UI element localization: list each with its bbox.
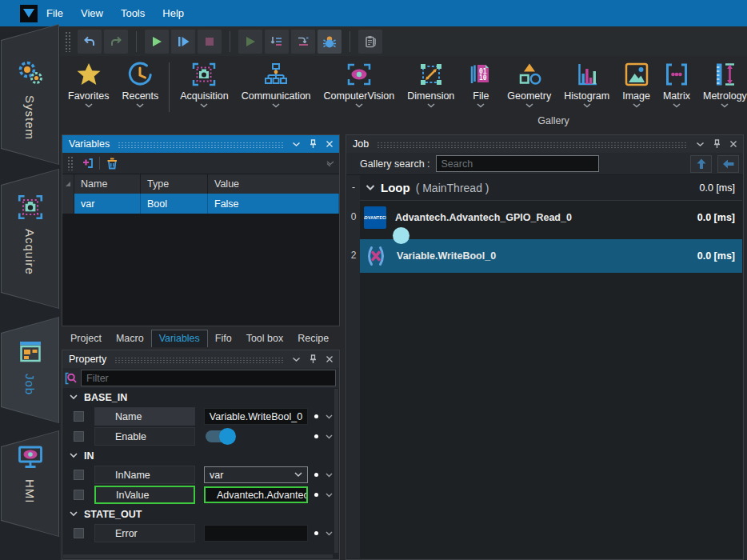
chevron-down-icon[interactable] (272, 103, 280, 108)
run-all-button[interactable] (238, 30, 262, 54)
pin-icon[interactable] (713, 139, 721, 149)
ribbon-item-acquisition[interactable]: Acquisition (174, 56, 234, 108)
debug-button[interactable] (318, 30, 342, 54)
row-selector-cell[interactable] (62, 194, 74, 214)
property-label[interactable]: InName (94, 466, 195, 484)
property-panel-titlebar[interactable]: Property (62, 350, 339, 368)
move-back-button[interactable] (717, 155, 739, 173)
panel-menu-chevron-icon[interactable] (696, 142, 705, 147)
section-header-base-in[interactable]: BASE_IN (62, 388, 339, 406)
column-header-value[interactable]: Value (208, 174, 339, 194)
binding-dot-icon[interactable] (314, 414, 318, 418)
property-label-highlighted[interactable]: InValue (94, 486, 195, 504)
inname-select[interactable]: var (204, 466, 308, 483)
row-chevron-icon[interactable] (326, 493, 333, 498)
ribbon-item-dimension[interactable]: Dimension (401, 56, 461, 108)
drag-drop-indicator[interactable] (393, 227, 409, 244)
sidebar-tab-hmi[interactable]: HMI (1, 430, 59, 537)
sidebar-tab-system[interactable]: System (1, 24, 59, 165)
dock-tab-project[interactable]: Project (63, 330, 109, 347)
chevron-down-icon[interactable] (200, 103, 208, 108)
property-label[interactable]: Error (94, 524, 195, 542)
chevron-down-icon[interactable] (721, 103, 729, 108)
section-header-state-out[interactable]: STATE_OUT (62, 505, 339, 523)
chevron-down-icon[interactable] (477, 103, 485, 108)
invalue-value-input[interactable]: Advantech.Advantech (204, 486, 308, 503)
name-value-input[interactable]: Variable.WriteBool_0 (204, 408, 308, 425)
close-icon[interactable] (326, 355, 334, 363)
row-chevron-icon[interactable] (326, 434, 333, 439)
binding-dot-icon[interactable] (314, 473, 318, 477)
dock-tab-variables[interactable]: Variables (151, 330, 208, 347)
stop-button[interactable] (198, 30, 222, 54)
error-value-input[interactable] (204, 525, 308, 542)
step-into-button[interactable] (265, 30, 289, 54)
move-up-button[interactable] (690, 155, 712, 173)
name-checkbox[interactable] (74, 411, 84, 422)
chevron-down-icon[interactable] (136, 103, 144, 108)
toolbar-drag-handle[interactable] (67, 156, 74, 170)
dock-tab-fifo[interactable]: Fifo (208, 330, 239, 347)
variable-type-cell[interactable]: Bool (141, 194, 208, 214)
menu-tools[interactable]: Tools (112, 0, 154, 26)
enable-toggle[interactable] (206, 430, 234, 442)
ribbon-item-file[interactable]: 01 10 File (461, 56, 501, 108)
menu-file[interactable]: File (38, 0, 72, 26)
enable-checkbox[interactable] (74, 431, 84, 442)
section-header-in[interactable]: IN (62, 446, 339, 465)
job-panel-titlebar[interactable]: Job (346, 135, 743, 153)
chevron-down-icon[interactable] (525, 103, 533, 108)
ribbon-item-image[interactable]: Image (616, 56, 657, 108)
dock-tab-macro[interactable]: Macro (109, 330, 151, 347)
property-horizontal-scrollbar[interactable] (63, 554, 333, 558)
table-corner-cell[interactable] (62, 174, 74, 194)
row-chevron-icon[interactable] (326, 414, 333, 419)
sidebar-tab-job[interactable]: Job (1, 317, 59, 423)
panel-menu-chevron-icon[interactable] (292, 142, 301, 147)
row-chevron-icon[interactable] (326, 531, 333, 536)
step-over-button[interactable] (291, 30, 315, 54)
menu-help[interactable]: Help (154, 0, 193, 26)
chevron-down-icon[interactable] (633, 103, 641, 108)
chevron-down-icon[interactable] (583, 103, 591, 108)
property-label[interactable]: Name (94, 407, 195, 426)
loop-collapse-chevron-icon[interactable] (366, 184, 375, 191)
toolbar-drag-handle[interactable] (65, 31, 71, 52)
column-header-name[interactable]: Name (74, 174, 141, 194)
run-step-button[interactable] (171, 30, 195, 54)
close-icon[interactable] (326, 140, 334, 148)
ribbon-item-communication[interactable]: Communication (235, 56, 318, 108)
variable-value-cell[interactable]: False (208, 194, 339, 214)
variables-panel-titlebar[interactable]: Variables (62, 135, 339, 153)
pin-icon[interactable] (310, 354, 317, 364)
ribbon-item-metrology[interactable]: Metrology (697, 56, 747, 108)
toolbar-overflow-chevron-icon[interactable] (326, 161, 334, 166)
ribbon-item-geometry[interactable]: Geometry (501, 56, 557, 108)
chevron-down-icon[interactable] (427, 103, 435, 108)
chevron-down-icon[interactable] (85, 103, 93, 108)
ribbon-item-recents[interactable]: Recents (115, 56, 165, 108)
ribbon-item-favorites[interactable]: Favorites (62, 56, 115, 108)
filter-input[interactable] (81, 370, 336, 386)
invalue-checkbox[interactable] (74, 490, 84, 500)
dock-tab-toolbox[interactable]: Tool box (239, 330, 291, 347)
column-header-type[interactable]: Type (141, 174, 208, 194)
ribbon-item-computervision[interactable]: ComputerVision (318, 56, 401, 108)
paste-button[interactable] (358, 30, 382, 54)
panel-menu-chevron-icon[interactable] (292, 357, 301, 362)
job-item-gpio-read[interactable]: ADVANTECH Advantech.Advantech_GPIO_Read_… (360, 201, 742, 234)
ribbon-item-histogram[interactable]: Histogram (557, 56, 616, 108)
chevron-down-icon[interactable] (355, 103, 363, 108)
close-icon[interactable] (729, 140, 737, 148)
variable-name-cell[interactable]: var (74, 194, 141, 214)
undo-button[interactable] (78, 30, 102, 54)
variable-row[interactable]: var Bool False (62, 194, 339, 214)
menu-view[interactable]: View (72, 0, 112, 26)
delete-variable-icon[interactable] (105, 156, 119, 170)
row-chevron-icon[interactable] (326, 473, 333, 478)
property-label[interactable]: Enable (94, 427, 195, 446)
chevron-down-icon[interactable] (673, 103, 681, 108)
inname-checkbox[interactable] (74, 470, 84, 480)
job-item-writebool[interactable]: Variable.WriteBool_0 0.0 [ms] (360, 239, 742, 273)
redo-button[interactable] (104, 30, 128, 54)
